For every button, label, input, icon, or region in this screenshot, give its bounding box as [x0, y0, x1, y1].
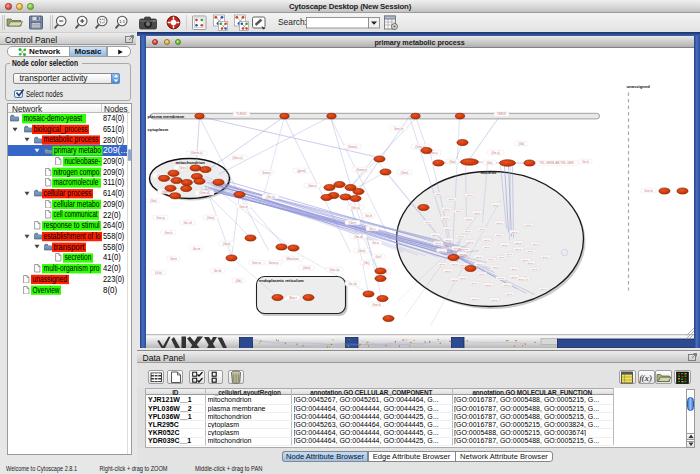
svg-text:Gn-a: Gn-a: [467, 240, 473, 243]
svg-text:Gn-a: Gn-a: [425, 221, 431, 224]
svg-text:Right-click + drag to ZOOM: Right-click + drag to ZOOM: [100, 465, 168, 473]
svg-text:Gene-p: Gene-p: [268, 260, 278, 264]
svg-text:YKL-GENE-AB.YNL-GEN: YKL-GENE-AB.YNL-GEN: [539, 161, 573, 165]
svg-text:Gn-a: Gn-a: [488, 258, 494, 261]
svg-text:Gen-tb: Gen-tb: [393, 126, 403, 130]
svg-text:Gn-a: Gn-a: [531, 268, 537, 271]
svg-text:secretion: secretion: [65, 252, 92, 262]
svg-text:Gen-b: Gen-b: [644, 188, 653, 192]
svg-text:Gn-tb: Gn-tb: [213, 268, 221, 272]
svg-text:41(0): 41(0): [103, 252, 121, 262]
svg-text:Gn-a: Gn-a: [460, 276, 466, 279]
svg-text:metabolic process: metabolic process: [44, 134, 99, 144]
svg-text:Gen-b: Gen-b: [372, 302, 381, 306]
svg-text:(Gen): (Gen): [222, 241, 230, 245]
svg-text:Gn-a: Gn-a: [506, 253, 512, 256]
svg-text:(gene): (gene): [297, 168, 306, 172]
svg-text:aGn: aGn: [462, 253, 468, 257]
svg-text:Gn-a: Gn-a: [511, 275, 517, 278]
svg-text:macromolecule: macromolecule: [54, 177, 99, 187]
svg-text:Gn-a: Gn-a: [445, 238, 451, 241]
svg-text:unassigned: unassigned: [33, 274, 68, 284]
svg-text:Ge-m: Ge-m: [192, 246, 200, 250]
svg-text:Gn-a: Gn-a: [506, 293, 512, 296]
svg-text:primary metabo: primary metabo: [54, 145, 101, 155]
svg-text:Gn-a: Gn-a: [515, 248, 521, 251]
svg-text:(Gw): (Gw): [150, 198, 157, 202]
svg-text:Gn-b: Gn-b: [582, 159, 589, 163]
svg-text:Gn-a: Gn-a: [451, 262, 457, 265]
svg-text:Middle-click + drag to PAN: Middle-click + drag to PAN: [195, 465, 263, 473]
svg-text:Gn-a: Gn-a: [511, 267, 517, 270]
svg-text:nitrogen compo: nitrogen compo: [54, 167, 100, 177]
svg-text:(Gen-s): (Gen-s): [232, 155, 242, 159]
svg-text:YBR29: YBR29: [496, 112, 506, 116]
svg-text:Gn-a: Gn-a: [503, 284, 509, 287]
svg-text:response to stimul: response to stimul: [44, 220, 100, 230]
svg-text:Gn-a: Gn-a: [471, 297, 477, 300]
svg-text:(Ge-a): (Ge-a): [266, 194, 275, 198]
svg-text:Ge-b: Ge-b: [365, 213, 372, 217]
svg-text:(Gen): (Gen): [302, 265, 310, 269]
svg-text:cell communicat: cell communicat: [54, 209, 99, 219]
svg-text:endoplasmic reticulum: endoplasmic reticulum: [259, 277, 304, 282]
svg-text:Gn-a: Gn-a: [515, 241, 521, 244]
svg-text:22(0): 22(0): [103, 210, 121, 220]
svg-text:209(0): 209(0): [103, 199, 125, 209]
svg-text:Gn-a: Gn-a: [474, 211, 480, 214]
svg-text:(Gen-d): (Gen-d): [199, 191, 209, 195]
svg-text:558(0): 558(0): [103, 231, 125, 241]
svg-text:Gn-a: Gn-a: [542, 255, 548, 258]
svg-text:(Ge-a): (Ge-a): [491, 150, 500, 154]
svg-text:(Gene): (Gene): [347, 144, 356, 148]
svg-text:223(0): 223(0): [103, 274, 125, 284]
svg-text:Ge-cd: Ge-cd: [183, 220, 192, 224]
svg-text:Gen-k: Gen-k: [164, 230, 173, 234]
svg-text:aGn: aGn: [457, 247, 463, 251]
svg-text:(Gw): (Gw): [449, 159, 456, 163]
svg-text:Gn-a: Gn-a: [462, 248, 468, 251]
svg-text:Gn-a: Gn-a: [491, 298, 497, 301]
svg-text:(Ge-d): (Ge-d): [354, 234, 363, 238]
svg-text:Man-t: Man-t: [289, 295, 297, 299]
svg-text:Ge-f: Ge-f: [375, 254, 381, 258]
svg-text:(Genes): (Genes): [356, 167, 367, 171]
svg-text:Gen-tr: Gen-tr: [308, 183, 317, 187]
svg-text:Gn-a: Gn-a: [476, 262, 482, 265]
svg-text:aGn: aGn: [444, 243, 450, 247]
svg-text:Gn-a: Gn-a: [471, 282, 477, 285]
svg-text:cellular process: cellular process: [44, 188, 92, 198]
svg-text:Gn-a: Gn-a: [439, 263, 445, 266]
svg-text:Gn-a: Gn-a: [511, 230, 517, 233]
svg-text:Gn-a: Gn-a: [527, 250, 533, 253]
svg-text:Gn-a: Gn-a: [484, 239, 490, 242]
svg-text:multi-organism pro: multi-organism pro: [44, 263, 100, 273]
svg-text:Gn-e: Gn-e: [372, 240, 379, 244]
svg-text:209(0): 209(0): [103, 167, 125, 177]
svg-text:209(0): 209(0): [103, 156, 125, 166]
svg-text:Gn-a: Gn-a: [458, 235, 464, 238]
svg-text:Gn-a: Gn-a: [439, 249, 445, 252]
svg-text:Gn-a: Gn-a: [445, 269, 451, 272]
svg-text:614(0): 614(0): [103, 188, 125, 198]
svg-text:biological_process: biological_process: [34, 124, 88, 134]
svg-text:Gn-a: Gn-a: [501, 243, 507, 246]
svg-text:Mitochon: Mitochon: [286, 256, 299, 260]
svg-text:mosaic-demo-yeast: mosaic-demo-yeast: [24, 113, 83, 123]
svg-text:(Gen): (Gen): [348, 220, 356, 224]
svg-text:311(0): 311(0): [103, 177, 125, 187]
svg-text:651(0): 651(0): [103, 124, 125, 134]
svg-text:(Gb): (Gb): [235, 278, 241, 282]
svg-text:Gent: Gent: [170, 256, 177, 260]
svg-text:Gn-a: Gn-a: [467, 194, 473, 197]
svg-text:unassigned: unassigned: [626, 83, 650, 88]
svg-text:Gn-a: Gn-a: [496, 221, 502, 224]
svg-text:Gn-a: Gn-a: [478, 272, 484, 275]
svg-text:Gen-w: Gen-w: [252, 260, 262, 264]
svg-text:Gn-a: Gn-a: [475, 255, 481, 258]
svg-text:(Gen): (Gen): [357, 248, 365, 252]
svg-text:nucleus: nucleus: [480, 170, 496, 175]
svg-text:YLR081: YLR081: [236, 112, 247, 116]
svg-text:Gn-a: Gn-a: [540, 287, 546, 290]
svg-text:cytoplasm: cytoplasm: [147, 126, 168, 131]
